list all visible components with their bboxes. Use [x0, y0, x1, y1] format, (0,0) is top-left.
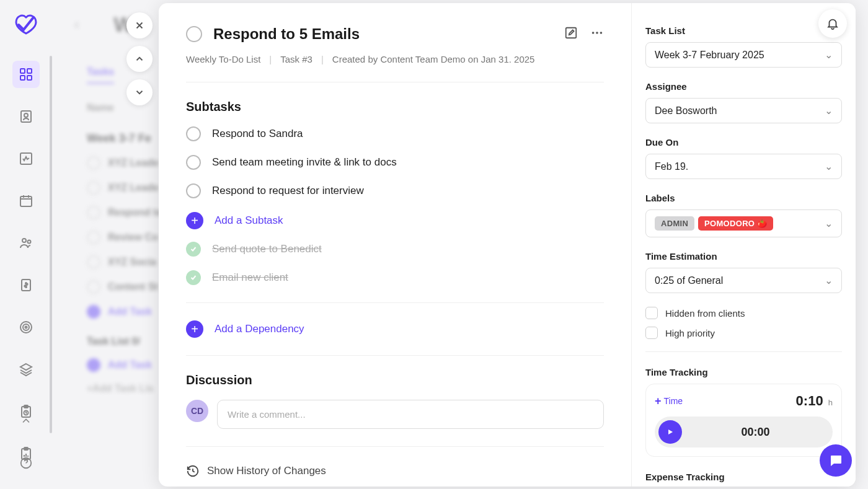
subtask-label: Respond to Sandra	[212, 128, 303, 140]
contacts-icon[interactable]	[12, 103, 40, 130]
tracked-time-value: 0:10 h	[796, 393, 833, 409]
subtask-checkbox-done[interactable]	[186, 270, 201, 285]
timer-digits: 00:00	[682, 426, 829, 439]
add-dependency-button[interactable]: + Add a Dependency	[186, 320, 604, 338]
target-icon[interactable]	[12, 314, 40, 341]
time-est-select[interactable]: 0:25 of General ⌄	[645, 268, 842, 293]
hidden-checkbox-row[interactable]: Hidden from clients	[645, 307, 842, 319]
close-button[interactable]	[126, 12, 153, 38]
task-meta: Weekly To-Do List | Task #3 | Created by…	[186, 54, 604, 64]
svg-rect-0	[20, 69, 25, 73]
svg-point-8	[22, 239, 26, 242]
subtasks-heading: Subtasks	[186, 100, 604, 114]
chevron-down-icon: ⌄	[825, 161, 833, 172]
sidebar-scrollbar[interactable]	[50, 56, 52, 433]
assignee-label: Assignee	[645, 81, 842, 92]
subtask-label: Send team meeting invite & link to docs	[212, 156, 397, 169]
task-complete-checkbox[interactable]	[186, 26, 202, 42]
label-chip-pomodoro[interactable]: POMODORO 🍅	[698, 216, 773, 231]
time-tracking-label: Time Tracking	[645, 367, 842, 377]
more-icon[interactable]	[590, 26, 604, 42]
task-list-select[interactable]: Week 3-7 February 2025 ⌄	[645, 42, 842, 68]
task-list-label: Task List	[645, 25, 842, 36]
subtask-item-done[interactable]: Send quote to Benedict	[186, 242, 604, 257]
add-time-button[interactable]: +Time	[655, 395, 683, 408]
task-main-panel: Respond to 5 Emails Weekly To-Do List | …	[159, 3, 631, 487]
expense-tracking-label: Expense Tracking	[645, 472, 842, 482]
assignee-select[interactable]: Dee Bosworth ⌄	[645, 98, 842, 123]
svg-point-5	[24, 113, 28, 117]
priority-checkbox-row[interactable]: High priority	[645, 327, 842, 339]
task-detail-modal: Respond to 5 Emails Weekly To-Do List | …	[159, 3, 856, 487]
subtask-checkbox[interactable]	[186, 183, 201, 198]
svg-rect-21	[566, 28, 577, 38]
subtask-label: Email new client	[212, 271, 288, 284]
layers-icon[interactable]	[12, 356, 40, 383]
due-label: Due On	[645, 137, 842, 148]
chat-button[interactable]	[820, 444, 852, 477]
breadcrumb-list[interactable]: Weekly To-Do List	[186, 54, 260, 64]
chevron-down-icon: ⌄	[825, 105, 833, 117]
chat-icon	[828, 453, 843, 468]
svg-rect-2	[20, 76, 25, 80]
task-side-panel: Task List Week 3-7 February 2025 ⌄ Assig…	[631, 3, 856, 487]
sidebar-bottom	[12, 407, 40, 477]
labels-select[interactable]: ADMIN POMODORO 🍅 ⌄	[645, 209, 842, 237]
label-chip-admin[interactable]: ADMIN	[655, 216, 694, 231]
time-est-label: Time Estimation	[645, 251, 842, 262]
help-icon[interactable]	[12, 449, 40, 477]
comment-input[interactable]: Write a comment...	[217, 400, 604, 429]
task-number: Task #3	[280, 54, 312, 64]
svg-rect-7	[20, 196, 32, 206]
next-task-button[interactable]	[126, 79, 153, 105]
plus-icon: +	[186, 212, 203, 229]
svg-point-13	[25, 327, 27, 328]
modal-nav-buttons	[126, 12, 153, 105]
divider	[186, 302, 604, 303]
collapse-icon[interactable]	[12, 407, 40, 434]
edit-icon[interactable]	[564, 26, 578, 42]
task-created: Created by Content Team Demo on Jan 31. …	[332, 54, 535, 64]
subtask-checkbox-done[interactable]	[186, 242, 201, 257]
calendar-icon[interactable]	[12, 187, 40, 214]
subtask-item[interactable]: Respond to request for interview	[186, 183, 604, 198]
finance-icon[interactable]	[12, 271, 40, 299]
due-select[interactable]: Feb 19. ⌄	[645, 154, 842, 179]
task-title[interactable]: Respond to 5 Emails	[213, 25, 553, 43]
activity-icon[interactable]	[12, 145, 40, 172]
hidden-checkbox[interactable]	[645, 307, 658, 319]
subtask-label: Send quote to Benedict	[212, 243, 322, 255]
notifications-button[interactable]	[818, 9, 847, 38]
prev-task-button[interactable]	[126, 46, 153, 72]
priority-checkbox[interactable]	[645, 327, 658, 339]
svg-point-9	[28, 240, 31, 244]
svg-rect-1	[27, 69, 32, 73]
svg-rect-6	[20, 153, 32, 164]
subtask-item-done[interactable]: Email new client	[186, 270, 604, 285]
chevron-down-icon: ⌄	[825, 275, 833, 286]
subtask-item[interactable]: Send team meeting invite & link to docs	[186, 155, 604, 170]
timer-bar: 00:00	[655, 416, 833, 447]
bell-icon	[826, 17, 839, 30]
divider	[645, 351, 842, 352]
labels-label: Labels	[645, 193, 842, 203]
avatar: CD	[186, 400, 208, 422]
chevron-down-icon: ⌄	[825, 218, 833, 229]
svg-point-24	[600, 32, 603, 34]
svg-point-22	[592, 32, 595, 34]
subtask-checkbox[interactable]	[186, 155, 201, 170]
history-icon	[186, 464, 200, 478]
add-subtask-button[interactable]: + Add a Subtask	[186, 212, 604, 229]
time-tracking-card: +Time 0:10 h 00:00	[645, 384, 842, 457]
svg-point-23	[596, 32, 598, 34]
play-button[interactable]	[658, 420, 682, 444]
dashboard-icon[interactable]	[12, 61, 40, 88]
svg-point-12	[23, 324, 29, 330]
team-icon[interactable]	[12, 229, 40, 257]
show-history-button[interactable]: Show History of Changes	[186, 464, 604, 478]
subtask-checkbox[interactable]	[186, 126, 201, 141]
template-icon[interactable]	[12, 482, 40, 489]
svg-point-11	[20, 322, 32, 333]
svg-rect-3	[27, 76, 32, 80]
subtask-item[interactable]: Respond to Sandra	[186, 126, 604, 141]
